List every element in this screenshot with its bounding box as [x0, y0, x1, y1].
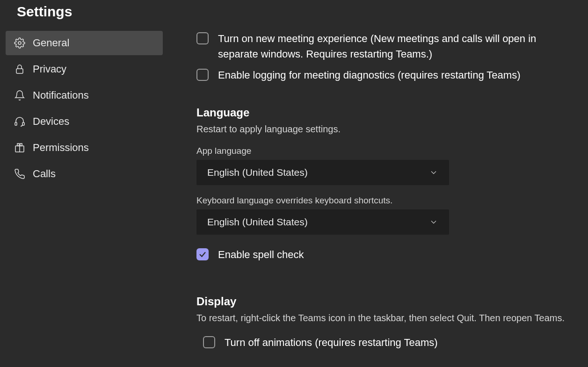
- svg-rect-3: [22, 122, 24, 125]
- checkbox-turn-off-animations[interactable]: [203, 336, 215, 348]
- checkbox-label: Turn on new meeting experience (New meet…: [218, 31, 579, 62]
- sidebar-item-label: Privacy: [33, 63, 66, 75]
- gear-icon: [14, 37, 25, 49]
- checkbox-new-meeting-experience[interactable]: [196, 32, 209, 44]
- checkbox-label: Enable spell check: [218, 247, 304, 262]
- keyboard-language-dropdown[interactable]: English (United States): [196, 209, 449, 235]
- sidebar-item-notifications[interactable]: Notifications: [6, 83, 163, 108]
- phone-icon: [14, 168, 25, 180]
- keyboard-language-label: Keyboard language overrides keyboard sho…: [196, 195, 579, 206]
- chevron-down-icon: [429, 217, 438, 227]
- chevron-down-icon: [429, 168, 438, 177]
- sidebar-item-permissions[interactable]: Permissions: [6, 136, 163, 160]
- page-title: Settings: [0, 0, 588, 26]
- sidebar-item-label: Calls: [33, 168, 56, 180]
- lock-icon: [14, 64, 25, 75]
- sidebar-item-privacy[interactable]: Privacy: [6, 57, 163, 81]
- sidebar-item-label: Permissions: [33, 142, 89, 154]
- display-heading: Display: [196, 295, 579, 308]
- checkbox-enable-logging[interactable]: [196, 69, 209, 81]
- sidebar-item-general[interactable]: General: [6, 31, 163, 55]
- language-heading: Language: [196, 106, 579, 119]
- checkbox-spellcheck[interactable]: [196, 248, 209, 260]
- svg-rect-1: [16, 69, 23, 73]
- option-enable-logging: Enable logging for meeting diagnostics (…: [196, 67, 579, 83]
- option-turn-off-animations: Turn off animations (requires restarting…: [203, 335, 579, 350]
- checkbox-label: Enable logging for meeting diagnostics (…: [218, 67, 521, 83]
- dropdown-value: English (United States): [207, 167, 308, 178]
- svg-rect-2: [15, 122, 17, 125]
- main-content: Turn on new meeting experience (New meet…: [168, 31, 588, 367]
- sidebar-item-calls[interactable]: Calls: [6, 162, 163, 186]
- checkbox-label: Turn off animations (requires restarting…: [225, 335, 438, 350]
- dropdown-value: English (United States): [207, 216, 308, 228]
- language-description: Restart to apply language settings.: [196, 124, 579, 135]
- app-language-label: App language: [196, 146, 579, 156]
- option-new-meeting-experience: Turn on new meeting experience (New meet…: [196, 31, 579, 62]
- svg-point-0: [18, 42, 21, 44]
- option-spellcheck: Enable spell check: [196, 247, 579, 262]
- app-language-dropdown[interactable]: English (United States): [196, 160, 449, 185]
- sidebar-item-label: Notifications: [33, 89, 89, 101]
- bell-icon: [14, 90, 25, 101]
- sidebar-item-label: General: [33, 37, 69, 49]
- display-description: To restart, right-click the Teams icon i…: [196, 313, 579, 324]
- settings-sidebar: General Privacy Notifications Devices Pe: [0, 31, 168, 367]
- package-icon: [14, 142, 25, 153]
- sidebar-item-devices[interactable]: Devices: [6, 109, 163, 134]
- sidebar-item-label: Devices: [33, 115, 69, 128]
- headset-icon: [14, 116, 25, 127]
